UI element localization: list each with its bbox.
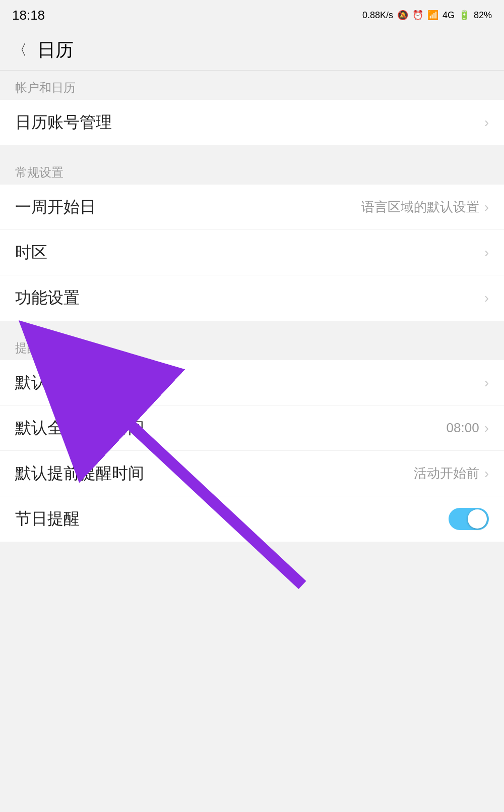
account-management-label: 日历账号管理 [15, 111, 112, 134]
general-group: 一周开始日 语言区域的默认设置 › 时区 › 功能设置 › [0, 185, 504, 321]
chevron-right-icon: › [484, 466, 489, 482]
chevron-right-icon: › [484, 114, 489, 131]
allday-reminder-row[interactable]: 默认全天提醒时间 08:00 › [0, 405, 504, 451]
advance-reminder-label: 默认提前提醒时间 [15, 462, 144, 485]
chevron-right-icon: › [484, 420, 489, 436]
week-start-value: 语言区域的默认设置 › [361, 198, 489, 216]
section-label-general: 常规设置 [0, 155, 504, 185]
status-bar: 18:18 0.88K/s 🔕 ⏰ 📶 4G 🔋 82% [0, 0, 504, 30]
toggle-thumb [468, 509, 487, 529]
group-divider-2 [0, 321, 504, 331]
group-divider-1 [0, 145, 504, 155]
chevron-right-icon: › [484, 375, 489, 391]
back-button[interactable]: 〈 [12, 40, 27, 61]
week-start-row[interactable]: 一周开始日 语言区域的默认设置 › [0, 185, 504, 230]
battery-icon: 🔋 [459, 10, 470, 21]
section-label-reminder: 提醒设置 [0, 331, 504, 360]
advance-reminder-value-text: 活动开始前 [414, 465, 479, 482]
feature-settings-label: 功能设置 [15, 287, 80, 309]
page-title: 日历 [37, 38, 74, 63]
advance-reminder-value: 活动开始前 › [414, 465, 489, 482]
holiday-toggle[interactable] [449, 508, 489, 530]
allday-reminder-value-text: 08:00 [447, 420, 479, 436]
account-group: 日历账号管理 › [0, 100, 504, 145]
battery-level: 82% [474, 10, 492, 21]
timezone-row[interactable]: 时区 › [0, 230, 504, 275]
feature-settings-row[interactable]: 功能设置 › [0, 275, 504, 321]
chevron-right-icon: › [484, 245, 489, 261]
toolbar: 〈 日历 [0, 30, 504, 71]
network-speed: 0.88K/s [362, 10, 393, 21]
advance-reminder-row[interactable]: 默认提前提醒时间 活动开始前 › [0, 451, 504, 496]
status-time: 18:18 [12, 8, 45, 23]
holiday-toggle-container [449, 508, 489, 530]
default-reminder-row[interactable]: 默认提醒方式 › [0, 360, 504, 405]
reminder-group: 默认提醒方式 › 默认全天提醒时间 08:00 › 默认提前提醒时间 活动开始前… [0, 360, 504, 542]
week-start-label: 一周开始日 [15, 196, 96, 218]
mute-icon: 🔕 [397, 10, 408, 21]
timezone-label: 时区 [15, 242, 47, 264]
chevron-right-icon: › [484, 199, 489, 215]
alarm-icon: ⏰ [412, 10, 423, 21]
allday-reminder-value: 08:00 › [447, 420, 489, 436]
holiday-reminder-label: 节日提醒 [15, 508, 80, 530]
signal-icon: 📶 [427, 10, 438, 21]
default-reminder-label: 默认提醒方式 [15, 372, 112, 394]
chevron-right-icon: › [484, 290, 489, 306]
allday-reminder-label: 默认全天提醒时间 [15, 417, 144, 439]
week-start-value-text: 语言区域的默认设置 [361, 198, 479, 216]
holiday-reminder-row[interactable]: 节日提醒 [0, 496, 504, 542]
network-type-icon: 4G [443, 10, 455, 21]
section-label-accounts: 帐户和日历 [0, 71, 504, 100]
status-icons: 0.88K/s 🔕 ⏰ 📶 4G 🔋 82% [362, 10, 492, 21]
account-management-row[interactable]: 日历账号管理 › [0, 100, 504, 145]
